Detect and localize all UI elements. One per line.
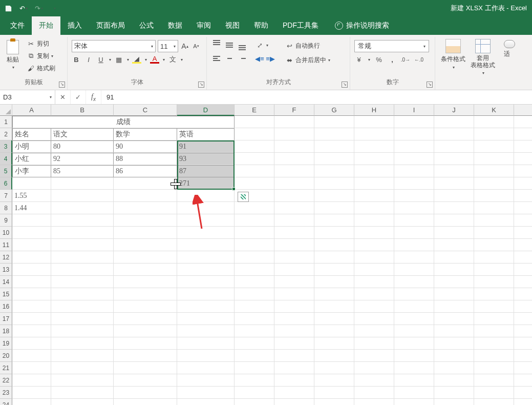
cell-J19[interactable]	[434, 337, 474, 350]
cell-K9[interactable]	[474, 214, 514, 227]
cell-I23[interactable]	[394, 387, 434, 399]
cell-F21[interactable]	[274, 362, 314, 374]
cell-A10[interactable]	[12, 227, 51, 239]
cell-I7[interactable]	[394, 190, 434, 202]
cell-K15[interactable]	[474, 288, 514, 300]
cell-A23[interactable]	[12, 387, 51, 399]
column-header-D[interactable]: D	[177, 105, 235, 116]
cell-A3[interactable]: 小明	[12, 140, 51, 153]
cell-H18[interactable]	[354, 325, 394, 337]
cell-C19[interactable]	[114, 337, 177, 350]
row-header-23[interactable]: 23	[0, 387, 12, 399]
cell-L13[interactable]	[514, 264, 532, 276]
cell-G22[interactable]	[314, 374, 354, 387]
cell-G14[interactable]	[314, 276, 354, 288]
cell-C22[interactable]	[114, 374, 177, 387]
cell-G17[interactable]	[314, 313, 354, 325]
row-header-24[interactable]: 24	[0, 399, 12, 405]
column-header-C[interactable]: C	[114, 105, 177, 116]
cell-K2[interactable]	[474, 128, 514, 140]
cell-I2[interactable]	[394, 128, 434, 140]
cell-D3[interactable]: 91	[177, 140, 235, 153]
row-header-5[interactable]: 5	[0, 165, 12, 177]
tell-me-search[interactable]: 操作说明搜索	[326, 16, 389, 35]
cell-A7[interactable]: 1.55	[12, 190, 51, 202]
cell-A12[interactable]	[12, 251, 51, 264]
cell-I4[interactable]	[394, 153, 434, 165]
row-header-10[interactable]: 10	[0, 227, 12, 239]
cell-B4[interactable]: 92	[51, 153, 114, 165]
column-header-G[interactable]: G	[314, 105, 354, 116]
cell-C8[interactable]	[114, 202, 177, 214]
column-header-I[interactable]: I	[394, 105, 434, 116]
cell-A18[interactable]	[12, 325, 51, 337]
cell-B18[interactable]	[51, 325, 114, 337]
cell-L6[interactable]	[514, 177, 532, 190]
row-headers[interactable]: 123456789101112131415161718192021222324	[0, 116, 12, 405]
cell-E9[interactable]	[235, 214, 274, 227]
cell-G12[interactable]	[314, 251, 354, 264]
cell-J17[interactable]	[434, 313, 474, 325]
cell-I5[interactable]	[394, 165, 434, 177]
bold-button[interactable]: B	[72, 55, 81, 64]
cell-I12[interactable]	[394, 251, 434, 264]
align-left-button[interactable]	[211, 53, 222, 64]
redo-icon[interactable]: ↷▾	[34, 3, 44, 13]
cell-K13[interactable]	[474, 264, 514, 276]
cell-G8[interactable]	[314, 202, 354, 214]
cell-F16[interactable]	[274, 300, 314, 313]
cell-K4[interactable]	[474, 153, 514, 165]
merged-title-cell[interactable]: 成绩	[12, 116, 235, 128]
cell-H14[interactable]	[354, 276, 394, 288]
cell-A4[interactable]: 小红	[12, 153, 51, 165]
orientation-button[interactable]: ⤢	[255, 41, 264, 49]
number-format-select[interactable]: 常规▾	[354, 40, 429, 52]
cell-G19[interactable]	[314, 337, 354, 350]
cell-B13[interactable]	[51, 264, 114, 276]
cell-G13[interactable]	[314, 264, 354, 276]
cell-I3[interactable]	[394, 140, 434, 153]
cell-A24[interactable]	[12, 399, 51, 405]
cell-E6[interactable]	[235, 177, 274, 190]
cell-H13[interactable]	[354, 264, 394, 276]
cell-J22[interactable]	[434, 374, 474, 387]
cell-G9[interactable]	[314, 214, 354, 227]
cell-D6[interactable]: 271	[177, 177, 235, 190]
row-header-7[interactable]: 7	[0, 190, 12, 202]
cell-D10[interactable]	[177, 227, 235, 239]
row-header-1[interactable]: 1	[0, 116, 12, 128]
cell-C23[interactable]	[114, 387, 177, 399]
insert-function-button[interactable]: fx	[86, 90, 101, 104]
cell-E5[interactable]	[235, 165, 274, 177]
cell-A15[interactable]	[12, 288, 51, 300]
cell-I18[interactable]	[394, 325, 434, 337]
cell-D4[interactable]: 93	[177, 153, 235, 165]
cell-G4[interactable]	[314, 153, 354, 165]
cell-F8[interactable]	[274, 202, 314, 214]
cell-J15[interactable]	[434, 288, 474, 300]
cell-G5[interactable]	[314, 165, 354, 177]
align-right-button[interactable]	[237, 53, 248, 64]
cell-I6[interactable]	[394, 177, 434, 190]
cell-L22[interactable]	[514, 374, 532, 387]
cell-I8[interactable]	[394, 202, 434, 214]
cell-L10[interactable]	[514, 227, 532, 239]
increase-decimal-button[interactable]: .0→	[401, 55, 410, 64]
wrap-text-button[interactable]: ↩ 自动换行	[283, 40, 332, 51]
cell-D21[interactable]	[177, 362, 235, 374]
cell-F20[interactable]	[274, 350, 314, 362]
increase-indent-button[interactable]: ≡▶	[266, 54, 275, 63]
font-name-select[interactable]: 宋体▾	[72, 40, 156, 52]
formula-input[interactable]: 91	[101, 90, 532, 104]
row-header-21[interactable]: 21	[0, 362, 12, 374]
tab-view[interactable]: 视图	[218, 16, 247, 35]
cell-C20[interactable]	[114, 350, 177, 362]
cell-F19[interactable]	[274, 337, 314, 350]
cell-K24[interactable]	[474, 399, 514, 405]
align-bottom-button[interactable]	[237, 40, 248, 50]
dialog-launcher-icon[interactable]: ↘	[59, 82, 65, 88]
cell-H2[interactable]	[354, 128, 394, 140]
cell-D8[interactable]	[177, 202, 235, 214]
dialog-launcher-icon[interactable]: ↘	[427, 82, 433, 88]
cell-E10[interactable]	[235, 227, 274, 239]
